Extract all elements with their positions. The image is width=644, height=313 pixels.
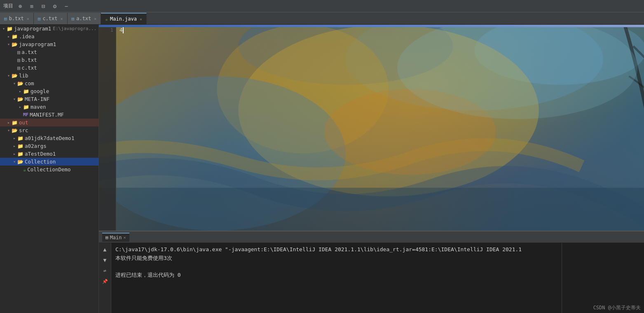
- tree-a-txt[interactable]: ▤ a.txt: [0, 48, 98, 56]
- src-arrow: [6, 128, 12, 133]
- line-gutter: 1: [99, 25, 116, 231]
- out-folder-icon: 📁: [12, 120, 18, 126]
- txt-icon: ▤: [38, 16, 41, 21]
- a01-arrow: [12, 136, 17, 140]
- watermark-area: CSDN @小黑子史蒂夫: [562, 243, 644, 313]
- tree-root[interactable]: 📁 javaprogram1 E:\javaprogra...: [0, 25, 98, 33]
- tree-src[interactable]: 📂 src: [0, 126, 98, 134]
- txt-icon: ▤: [72, 16, 75, 21]
- bottom-panel: ▤ Main ✕ ▲ ▼ ⇌ 📌 C:\java17\jdk-17.0.6\bi…: [99, 231, 644, 313]
- bottom-tab-main[interactable]: ▤ Main ✕: [102, 233, 129, 242]
- google-folder-icon: 📁: [23, 89, 29, 94]
- tree-collection[interactable]: 📂 Collection: [0, 158, 98, 166]
- tab-a-txt-close[interactable]: ✕: [94, 16, 96, 21]
- code-area[interactable]: 4: [116, 25, 644, 231]
- tree-meta-inf[interactable]: 📂 META-INF: [0, 95, 98, 103]
- com-folder-icon: 📂: [17, 81, 23, 86]
- tab-c-txt-label: c.txt: [42, 16, 57, 21]
- maven-label: maven: [30, 104, 46, 110]
- tab-bar: ▤ b.txt ✕ ▤ c.txt ✕ ▤ a.txt ✕ ☕ Main.jav…: [0, 12, 644, 25]
- b-txt-icon: ▤: [17, 57, 20, 63]
- maven-arrow: [17, 105, 23, 109]
- src-label: src: [19, 127, 28, 133]
- project-label: 项目: [3, 2, 13, 9]
- tree-manifest[interactable]: MF MANIFEST.MF: [0, 111, 98, 119]
- tab-a-txt[interactable]: ▤ a.txt ✕: [68, 13, 101, 24]
- tab-main-java[interactable]: ☕ Main.java ✕: [101, 13, 147, 24]
- tab-a-txt-label: a.txt: [76, 16, 91, 21]
- sidebar[interactable]: 📁 javaprogram1 E:\javaprogra... 📁 .idea …: [0, 25, 99, 313]
- collection-label: Collection: [25, 159, 56, 165]
- minus-btn[interactable]: −: [62, 2, 71, 11]
- idea-folder-icon: 📁: [12, 34, 18, 40]
- editor-top-stripe: [99, 25, 644, 27]
- tab-c-txt[interactable]: ▤ c.txt ✕: [34, 13, 68, 24]
- maven-folder-icon: 📁: [23, 104, 29, 110]
- collection-arrow: [12, 159, 17, 164]
- a-txt-icon: ▤: [17, 49, 20, 55]
- add-btn[interactable]: ⊕: [16, 2, 25, 11]
- atest-folder-icon: 📁: [17, 151, 23, 157]
- meta-inf-label: META-INF: [25, 96, 49, 102]
- a01-label: a01jdk7dateDemo1: [25, 135, 74, 141]
- a02-folder-icon: 📁: [17, 143, 23, 149]
- javaprogram1-label: javaprogram1: [19, 41, 56, 47]
- bottom-tab-label: Main: [110, 235, 122, 241]
- tab-b-txt-close[interactable]: ✕: [27, 16, 29, 21]
- out-arrow: [6, 120, 12, 125]
- split-btn[interactable]: ⊟: [39, 2, 48, 11]
- tree-google[interactable]: 📁 google: [0, 87, 98, 95]
- b-txt-label: b.txt: [21, 57, 37, 63]
- sort-btn[interactable]: ≡: [27, 2, 36, 11]
- main-layout: 📁 javaprogram1 E:\javaprogra... 📁 .idea …: [0, 25, 644, 313]
- code-content-1: 4: [119, 26, 123, 34]
- a02-label: a02args: [25, 143, 47, 149]
- bottom-tab-icon: ▤: [105, 235, 108, 240]
- com-label: com: [25, 80, 34, 86]
- root-label: javaprogram1: [14, 26, 51, 32]
- tree-javaprogram1[interactable]: 📂 javaprogram1: [0, 40, 98, 48]
- console-line-0: C:\java17\jdk-17.0.6\bin\java.exe "-java…: [115, 245, 557, 254]
- tree-b-txt[interactable]: ▤ b.txt: [0, 56, 98, 64]
- root-arrow: [1, 26, 7, 31]
- txt-icon: ▤: [4, 16, 7, 21]
- com-arrow: [12, 81, 17, 86]
- editor[interactable]: 1 4: [99, 25, 644, 231]
- out-label: out: [19, 119, 28, 126]
- tab-b-txt[interactable]: ▤ b.txt ✕: [0, 13, 34, 24]
- wrap-btn[interactable]: ⇌: [101, 266, 110, 275]
- tree-atest[interactable]: 📁 aTestDemo1: [0, 150, 98, 158]
- tree-out[interactable]: 📁 out: [0, 119, 98, 126]
- atest-arrow: [12, 152, 17, 156]
- bottom-tab-close[interactable]: ✕: [124, 235, 126, 240]
- tree-maven[interactable]: 📁 maven: [0, 103, 98, 111]
- meta-inf-arrow: [12, 97, 17, 101]
- lib-arrow: [6, 73, 12, 78]
- tab-c-txt-close[interactable]: ✕: [61, 16, 63, 21]
- tree-idea[interactable]: 📁 .idea: [0, 33, 98, 40]
- lib-folder-icon: 📂: [12, 73, 18, 79]
- tree-c-txt[interactable]: ▤ c.txt: [0, 64, 98, 72]
- console-output: C:\java17\jdk-17.0.6\bin\java.exe "-java…: [111, 243, 562, 313]
- root-folder-icon: 📁: [7, 26, 13, 32]
- console-line-3: 进程已结束，退出代码为 0: [115, 271, 557, 280]
- line-number-1: 1: [99, 26, 116, 34]
- manifest-icon: MF: [23, 112, 28, 117]
- code-line-1: 4: [119, 26, 641, 34]
- toolbar: 项目 ⊕ ≡ ⊟ ⚙ −: [0, 0, 644, 12]
- tree-collection-demo[interactable]: ☕ CollectionDemo: [0, 166, 98, 173]
- settings-btn[interactable]: ⚙: [50, 2, 59, 11]
- tree-lib[interactable]: 📂 lib: [0, 72, 98, 79]
- lib-label: lib: [19, 72, 28, 79]
- scroll-up-btn[interactable]: ▲: [101, 245, 110, 254]
- pin-btn[interactable]: 📌: [101, 277, 110, 286]
- bottom-controls: ▲ ▼ ⇌ 📌: [99, 243, 111, 313]
- manifest-label: MANIFEST.MF: [30, 112, 64, 118]
- scroll-down-btn[interactable]: ▼: [101, 255, 110, 264]
- watermark: CSDN @小黑子史蒂夫: [593, 304, 641, 311]
- tree-a01[interactable]: 📁 a01jdk7dateDemo1: [0, 134, 98, 142]
- collection-demo-label: CollectionDemo: [27, 166, 70, 173]
- tree-com[interactable]: 📂 com: [0, 79, 98, 87]
- tree-a02[interactable]: 📁 a02args: [0, 142, 98, 150]
- tab-main-java-close[interactable]: ✕: [140, 17, 142, 21]
